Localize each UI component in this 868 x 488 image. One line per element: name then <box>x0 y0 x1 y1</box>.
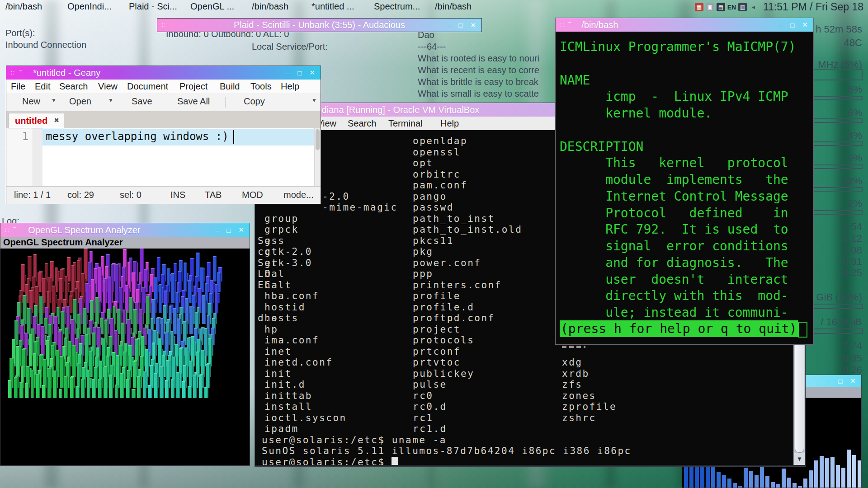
volume-icon[interactable]: ◄ <box>749 3 758 11</box>
terminal-cursor <box>392 457 398 465</box>
window-menu-icon[interactable]: ∷ <box>556 22 567 28</box>
taskbar-item[interactable]: Spectrum... <box>374 1 420 12</box>
visualizer-bar <box>109 375 113 399</box>
visualizer-bar <box>75 386 80 398</box>
visualizer-bar <box>126 379 130 399</box>
maximize-button[interactable]: □ <box>458 21 462 29</box>
taskbar-item[interactable]: Plaid - Sci... <box>129 1 177 12</box>
opengl-titlebar[interactable]: ∷ ⁻ OpenGL Spectrum Analyzer – □ ✕ <box>0 223 250 237</box>
maximize-button[interactable]: □ <box>297 69 302 77</box>
taskbar-item[interactable]: /bin/bash <box>5 1 42 12</box>
tab-untitled[interactable]: untitled ✖ <box>8 113 64 129</box>
geany-titlebar[interactable]: ∷ ⁻ *untitled - Geany – □ ✕ <box>6 66 321 80</box>
listing-item: proftpd.conf <box>413 313 495 324</box>
opengl-header: OpenGL Spectrum Analyzer <box>0 237 250 249</box>
menu-document[interactable]: Document <box>127 81 168 92</box>
taskbar-item[interactable]: /bin/bash <box>435 1 472 12</box>
visualizer-bar <box>59 389 63 399</box>
visualizer-bar <box>213 256 217 282</box>
files-icon[interactable]: ▤ <box>717 3 725 11</box>
shade-icon[interactable]: ⁻ <box>18 67 26 78</box>
menu-project[interactable]: Project <box>179 81 208 92</box>
scrollbar-down-arrow[interactable]: ▼ <box>794 453 805 465</box>
resource-monitor-icon[interactable]: ▥ <box>738 3 747 11</box>
close-button[interactable]: ✕ <box>850 377 856 385</box>
spectrum-bar <box>836 465 840 488</box>
toolbar-overflow-icon[interactable]: ▼ <box>311 97 317 103</box>
visualizer-bar <box>165 380 169 399</box>
minimize-button[interactable]: – <box>779 21 783 29</box>
close-button[interactable]: ✕ <box>470 21 476 29</box>
minimize-button[interactable]: – <box>286 69 290 77</box>
visualizer-bar <box>64 376 68 398</box>
visualizer-bar <box>25 383 29 399</box>
visualizer-bar <box>177 319 181 345</box>
bash-titlebar[interactable]: ∷ ⁻ /bin/bash – □ ✕ <box>556 18 813 32</box>
close-button[interactable]: ✕ <box>238 226 244 234</box>
scrollbar-thumb[interactable] <box>316 129 320 150</box>
listing-item: ioctl.syscon <box>264 413 347 424</box>
shade-icon[interactable]: ⁻ <box>567 19 575 30</box>
visualizer-bar <box>148 385 152 399</box>
listing-item: inetd.conf <box>264 357 333 368</box>
visualizer-bar <box>83 308 87 335</box>
network-status-icon[interactable]: ▦ <box>695 3 703 11</box>
listing-item: rc1.d <box>413 423 447 435</box>
taskbar-item[interactable]: *untitled ... <box>311 1 354 12</box>
new-dropdown-icon[interactable]: ▼ <box>51 97 57 103</box>
opengl-window: ∷ ⁻ OpenGL Spectrum Analyzer – □ ✕ OpenG… <box>0 223 250 466</box>
taskbar-item[interactable]: OpenGL ... <box>190 1 234 12</box>
listing-item: profile <box>413 291 461 302</box>
taskbar-item[interactable]: OpenIndi... <box>67 1 112 12</box>
editor-scrollbar[interactable] <box>314 128 321 186</box>
keyboard-layout-indicator[interactable]: EN <box>727 3 736 11</box>
close-button[interactable]: ✕ <box>309 69 315 77</box>
menu-help[interactable]: Help <box>281 81 299 92</box>
shade-icon[interactable]: ⁻ <box>12 225 20 235</box>
taskbar-item[interactable]: /bin/bash <box>252 1 288 12</box>
menu-search[interactable]: Search <box>59 81 88 92</box>
listing-item: gtk-3.0 <box>264 258 312 269</box>
maximize-button[interactable]: □ <box>838 377 842 385</box>
maximize-button[interactable]: □ <box>226 226 231 234</box>
geany-toolbar: New ▼ Open ▼ Save Save All Copy ▼ <box>6 93 321 112</box>
visualizer-bar <box>29 334 33 366</box>
listing-item: init <box>264 368 292 380</box>
listing-item: halt <box>264 280 292 291</box>
maximize-button[interactable]: □ <box>790 21 794 29</box>
menu-build[interactable]: Build <box>220 81 240 92</box>
new-button[interactable]: New <box>22 96 40 107</box>
tab-close-icon[interactable]: ✖ <box>54 117 59 124</box>
menu-view[interactable]: View <box>98 81 118 92</box>
menu-search[interactable]: Search <box>348 118 376 129</box>
spectrum-bar <box>820 456 824 488</box>
open-button[interactable]: Open <box>69 96 91 107</box>
spectrum-bar <box>825 458 829 488</box>
close-button[interactable]: ✕ <box>802 21 808 29</box>
visualizer-bar <box>54 316 58 345</box>
minimize-button[interactable]: – <box>827 377 830 385</box>
bash-window: ∷ ⁻ /bin/bash – □ ✕ ICMLinux Programmer'… <box>555 18 814 345</box>
visualizer-bar <box>189 361 193 388</box>
window-menu-icon[interactable]: ∷ <box>0 227 12 234</box>
minimize-button[interactable]: – <box>215 226 219 234</box>
save-button[interactable]: Save <box>132 96 152 107</box>
menu-help[interactable]: Help <box>440 118 459 129</box>
menu-tools[interactable]: Tools <box>250 81 272 92</box>
listing-item: init.d <box>264 379 306 390</box>
save-all-button[interactable]: Save All <box>177 96 210 107</box>
window-menu-icon[interactable]: ∷ <box>6 70 18 76</box>
visualizer-bar <box>108 277 112 313</box>
menu-file[interactable]: File <box>11 81 25 92</box>
minimize-button[interactable]: – <box>447 21 451 29</box>
geany-editor[interactable]: 1 messy overlapping windows :) <box>6 128 321 186</box>
audacious-titlebar[interactable]: ∷ Plaid - Scintilli - Unbank (3:55) - Au… <box>157 19 481 32</box>
menu-terminal[interactable]: Terminal <box>388 118 423 129</box>
menu-edit[interactable]: Edit <box>35 81 50 92</box>
open-dropdown-icon[interactable]: ▼ <box>108 97 113 103</box>
visualizer-bar <box>159 284 163 313</box>
clipboard-icon[interactable]: ▣ <box>706 3 714 11</box>
clock[interactable]: 11:51 PM / Fri Sep 18 <box>763 1 863 13</box>
visualizer-bar <box>132 389 136 399</box>
copy-button[interactable]: Copy <box>244 96 265 107</box>
